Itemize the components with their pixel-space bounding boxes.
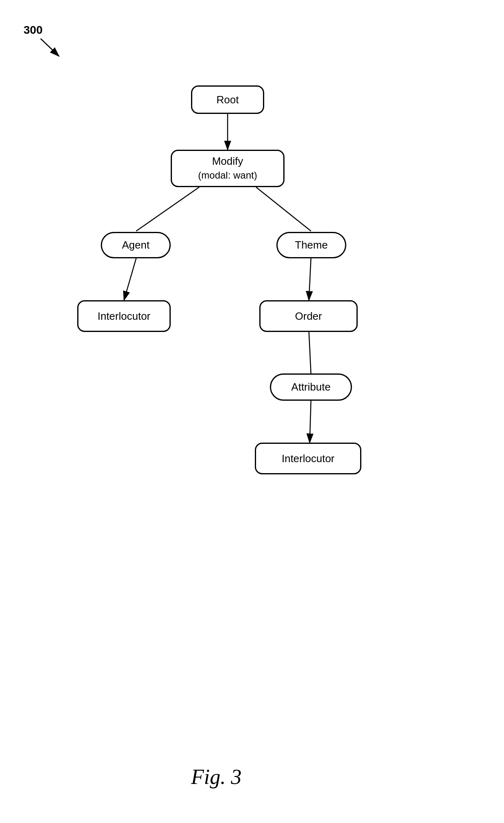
theme-label: Theme [295,239,328,251]
attribute-label: Attribute [291,381,331,393]
figure-caption: Fig. 3 [191,765,241,789]
order-label: Order [295,310,322,323]
attribute-node: Attribute [270,373,352,401]
svg-line-6 [309,258,311,300]
interlocutor1-label: Interlocutor [98,310,150,323]
theme-node: Theme [276,232,346,258]
root-label: Root [217,94,239,106]
modify-label: Modify(modal: want) [198,155,257,182]
interlocutor2-node: Interlocutor [255,443,361,474]
order-node: Order [259,300,358,332]
modify-node: Modify(modal: want) [171,150,285,187]
interlocutor1-node: Interlocutor [77,300,171,332]
agent-node: Agent [101,232,171,258]
svg-line-7 [309,332,311,373]
svg-line-4 [256,187,311,231]
interlocutor2-label: Interlocutor [282,452,335,465]
svg-line-3 [136,187,199,231]
figure-number-label: 300 [24,24,43,37]
svg-line-8 [310,401,311,443]
svg-line-1 [41,39,59,56]
root-node: Root [191,85,264,114]
agent-label: Agent [122,239,150,251]
svg-line-5 [124,258,136,300]
